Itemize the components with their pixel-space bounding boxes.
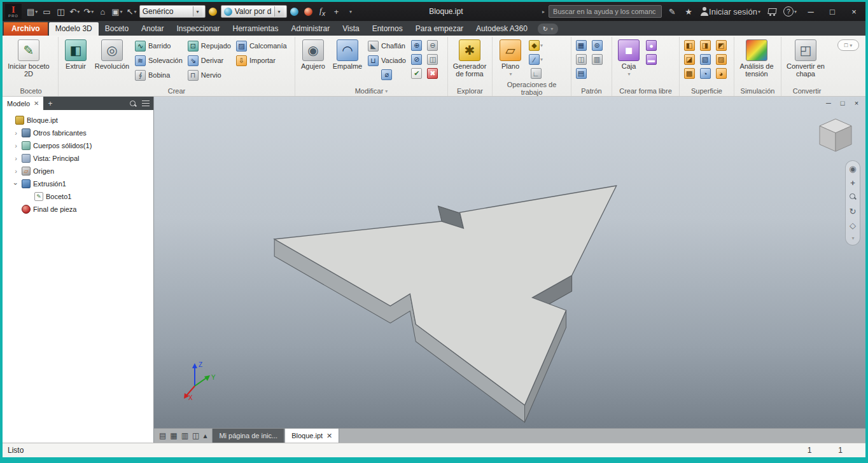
tab-home-page[interactable]: Mi página de inic...	[212, 429, 284, 443]
redo-button[interactable]: ▾	[82, 4, 95, 18]
chaflan-button[interactable]: Chaflán	[366, 39, 408, 53]
tab-herramientas[interactable]: Herramientas	[226, 22, 284, 36]
tree-item-vista-principal[interactable]: › Vista: Principal	[4, 152, 152, 165]
navigation-wheel-icon[interactable]	[849, 165, 856, 173]
browser-search-icon[interactable]	[129, 100, 137, 107]
plano-libre-button[interactable]	[645, 53, 658, 66]
doc-close-button[interactable]	[850, 98, 863, 108]
material-dropdown-arrow[interactable]: ▾	[193, 6, 202, 17]
pencil-tools-button[interactable]	[666, 4, 678, 18]
tab-boceto[interactable]: Boceto	[99, 22, 135, 36]
qat-add-button[interactable]	[330, 4, 343, 18]
agujero-button[interactable]: Agujero	[297, 38, 329, 72]
tree-item-cuerpos-solidos[interactable]: › Cuerpos sólidos(1)	[4, 139, 152, 152]
browser-tab-modelo[interactable]: Modelo✕	[3, 97, 43, 110]
esfera-button[interactable]	[645, 39, 658, 52]
appearance-combobox[interactable]: Valor por d▾	[221, 5, 287, 18]
favorites-button[interactable]	[682, 4, 695, 18]
vaciado-button[interactable]: Vaciado	[366, 53, 408, 67]
navbar-options-arrow[interactable]: ▾	[851, 235, 854, 241]
ribbon-display-options-button[interactable]: ▾	[837, 39, 859, 51]
eje-trabajo-button[interactable]: ▾	[528, 53, 544, 66]
tree-item-otros-fabricantes[interactable]: › Otros fabricantes	[4, 127, 152, 139]
adjust-appearance-button[interactable]	[288, 4, 301, 18]
calcomania-button[interactable]: Calcomanía	[234, 39, 289, 53]
punto-trabajo-button[interactable]: ▾	[528, 39, 544, 52]
sign-in-button[interactable]: Iniciar sesión▾	[699, 4, 762, 18]
minimize-button[interactable]	[802, 4, 820, 19]
tab-archivo[interactable]: Archivo	[4, 22, 48, 36]
analisis-tension-button[interactable]: Análisis de tensión	[736, 38, 777, 79]
home-view-button[interactable]	[96, 4, 109, 18]
doc-tab-close-icon[interactable]: ✕	[326, 432, 332, 440]
help-button[interactable]: ?▾	[782, 4, 798, 18]
search-expand-arrow[interactable]: ▸	[542, 9, 545, 15]
material-browser-button[interactable]	[207, 4, 220, 18]
arrange-windows-icon[interactable]	[159, 431, 166, 440]
empalme-button[interactable]: Empalme	[330, 38, 365, 72]
ucs-button[interactable]	[528, 67, 544, 80]
undo-button[interactable]: ▾	[68, 4, 81, 18]
patron-circular-button[interactable]	[589, 39, 605, 52]
vertical-tile-icon[interactable]	[192, 431, 199, 440]
superficie-tool-8-button[interactable]	[697, 67, 713, 80]
superficie-tool-7-button[interactable]	[682, 67, 697, 80]
edicion-directa-button[interactable]	[425, 53, 440, 66]
view-cube[interactable]	[813, 114, 855, 158]
importar-button[interactable]: Importar	[234, 53, 289, 67]
tab-vista[interactable]: Vista	[336, 22, 365, 36]
extruir-button[interactable]: Extruir	[60, 38, 91, 72]
browser-add-tab-button[interactable]	[43, 97, 57, 110]
clear-appearance-button[interactable]	[302, 4, 315, 18]
parameters-button[interactable]: fx	[316, 4, 329, 18]
superficie-tool-2-button[interactable]	[697, 39, 713, 52]
barrido-button[interactable]: Barrido	[133, 39, 185, 53]
viewport[interactable]: ▾ Z Y X	[154, 97, 865, 443]
iniciar-boceto-2d-button[interactable]: Iniciar boceto 2D	[6, 38, 52, 79]
patron-rectangular-button[interactable]	[573, 39, 589, 52]
tree-item-extrusion1[interactable]: › Extrusión1	[4, 177, 152, 190]
tab-anotar[interactable]: Anotar	[135, 22, 170, 36]
browser-menu-icon[interactable]	[142, 100, 150, 106]
simetria-button[interactable]	[573, 53, 589, 66]
espesor-button[interactable]	[425, 39, 440, 52]
derivar-button[interactable]: Derivar	[186, 53, 233, 67]
new-file-button[interactable]: ▾	[25, 4, 39, 18]
orbit-icon[interactable]	[850, 207, 857, 216]
appearance-dropdown-arrow[interactable]: ▾	[274, 6, 284, 17]
horizontal-tile-icon[interactable]	[181, 431, 188, 440]
tab-administrar[interactable]: Administrar	[285, 22, 337, 36]
caja-button[interactable]: Caja▾	[614, 38, 643, 79]
zoom-icon[interactable]	[849, 193, 857, 200]
superficie-tool-1-button[interactable]	[682, 39, 697, 52]
tree-item-final-de-pieza[interactable]: Final de pieza	[4, 203, 152, 216]
tile-windows-icon[interactable]	[170, 431, 177, 440]
nervio-button[interactable]: Nervio	[186, 68, 233, 82]
tab-para-empezar[interactable]: Para empezar	[409, 22, 470, 36]
doc-minimize-button[interactable]	[822, 98, 835, 108]
look-at-icon[interactable]	[850, 221, 856, 230]
maximize-button[interactable]	[823, 4, 841, 19]
repujado-button[interactable]: Repujado	[186, 39, 233, 53]
tab-entornos[interactable]: Entornos	[366, 22, 409, 36]
close-button[interactable]	[845, 4, 863, 19]
help-search-input[interactable]	[549, 5, 662, 18]
solevacion-button[interactable]: Solevación	[133, 53, 185, 67]
a360-menu-button[interactable]: ▾	[538, 24, 558, 34]
material-combobox[interactable]: Genérico▾	[139, 5, 206, 18]
revolucion-button[interactable]: Revolución	[92, 38, 132, 72]
tab-inspeccionar[interactable]: Inspeccionar	[170, 22, 226, 36]
tab-autodesk-a360[interactable]: Autodesk A360	[470, 22, 534, 36]
doc-restore-button[interactable]	[836, 98, 849, 108]
save-button[interactable]	[54, 4, 67, 18]
tree-item-origen[interactable]: › ▱ Origen	[4, 165, 152, 177]
open-file-button[interactable]	[40, 4, 53, 18]
rosca-button[interactable]	[366, 68, 408, 81]
pan-icon[interactable]	[850, 179, 855, 187]
scene-canvas[interactable]	[154, 97, 865, 428]
generador-de-forma-button[interactable]: Generador de forma	[450, 38, 489, 79]
qat-customize-button[interactable]: ▾	[344, 4, 357, 18]
browser-tab-close-icon[interactable]: ✕	[34, 100, 39, 107]
bobina-button[interactable]: Bobina	[133, 68, 185, 82]
eliminar-cara-button[interactable]	[425, 67, 440, 80]
